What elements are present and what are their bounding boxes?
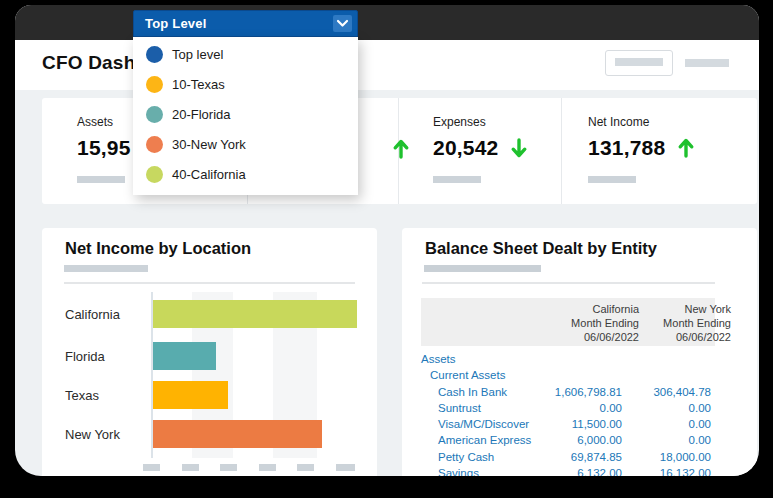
cell-value[interactable]: 0.00 (624, 434, 711, 446)
cell-value[interactable]: 306,404.78 (624, 386, 711, 398)
dropdown-item-label: 20-Florida (172, 107, 231, 122)
cell-value[interactable]: 6,000.00 (502, 434, 622, 446)
table-title: Balance Sheet Dealt by Entity (425, 239, 657, 258)
bar-california[interactable] (153, 300, 357, 328)
kpi-value-row: 20,542 (433, 136, 528, 160)
kpi-label: Net Income (588, 115, 649, 129)
table-row: American Express6,000.000.00 (402, 433, 757, 449)
column-header-2: New YorkMonth Ending06/06/2022 (649, 302, 731, 344)
net-income-chart-card: Net Income by Location CaliforniaFlorida… (42, 228, 377, 476)
kpi-card-net-income: Net Income131,788 (561, 98, 757, 204)
dropdown-item-label: 10-Texas (172, 77, 225, 92)
category-label: Texas (65, 388, 99, 404)
dropdown-item-top-level[interactable]: Top level (133, 39, 358, 69)
dropdown-item-30-new-york[interactable]: 30-New York (133, 129, 358, 159)
skeleton-bar (615, 58, 663, 66)
dropdown-header[interactable]: Top Level (133, 10, 358, 37)
x-tick-skeleton (336, 464, 355, 471)
x-tick-skeleton (259, 464, 276, 471)
chart-title: Net Income by Location (65, 239, 251, 258)
row-label[interactable]: Current Assets (430, 369, 505, 381)
row-label[interactable]: Suntrust (438, 402, 481, 414)
bar-new-york[interactable] (153, 420, 322, 448)
table-body: AssetsCurrent AssetsCash In Bank1,606,79… (402, 352, 757, 476)
kpi-card-expenses: Expenses20,542 (398, 98, 561, 204)
table-row: Visa/MC/Discover11,500.000.00 (402, 417, 757, 433)
toolbar-button-placeholder[interactable] (605, 50, 673, 76)
trend-down-icon (510, 137, 528, 159)
cell-value[interactable]: 16,132.00 (624, 467, 711, 476)
dropdown-item-label: 40-California (172, 167, 246, 182)
location-filter-dropdown: Top Level Top level10-Texas20-Florida30-… (133, 10, 358, 37)
table-header: CaliforniaMonth Ending06/06/2022New York… (421, 298, 715, 346)
kpi-value: 20,542 (433, 136, 498, 160)
kpi-value: 15,95 (77, 136, 131, 160)
titlebar (15, 5, 759, 40)
table-row: Suntrust0.000.00 (402, 401, 757, 417)
kpi-value: 131,788 (588, 136, 665, 160)
table-row: Cash In Bank1,606,798.81306,404.78 (402, 385, 757, 401)
row-label[interactable]: Assets (421, 353, 456, 365)
legend-dot-icon (146, 76, 163, 93)
kpi-label: Assets (77, 115, 113, 129)
skeleton-bar (433, 176, 481, 183)
row-label[interactable]: Petty Cash (438, 451, 494, 463)
chart-plot (151, 292, 357, 458)
trend-up-icon (677, 137, 695, 159)
legend-dot-icon (146, 46, 163, 63)
cell-value[interactable]: 1,606,798.81 (502, 386, 622, 398)
skeleton-bar (424, 265, 541, 272)
page-title: CFO Dash (42, 52, 135, 74)
cell-value[interactable]: 0.00 (624, 402, 711, 414)
table-row: Assets (402, 352, 757, 368)
skeleton-bar (77, 176, 125, 183)
dropdown-item-10-texas[interactable]: 10-Texas (133, 69, 358, 99)
x-tick-skeleton (143, 464, 160, 471)
balance-sheet-card: Balance Sheet Dealt by Entity California… (402, 228, 757, 476)
row-label[interactable]: Cash In Bank (438, 386, 507, 398)
app-header: CFO Dash (15, 40, 759, 90)
table-row: Petty Cash69,874.8518,000.00 (402, 450, 757, 466)
cell-value[interactable]: 0.00 (624, 418, 711, 430)
kpi-value-row: 15,95 (77, 136, 131, 160)
dropdown-item-label: 30-New York (172, 137, 246, 152)
category-label: California (65, 307, 120, 323)
legend-dot-icon (146, 106, 163, 123)
cell-value[interactable]: 69,874.85 (502, 451, 622, 463)
cell-value[interactable]: 0.00 (502, 402, 622, 414)
divider (64, 282, 355, 284)
skeleton-bar (588, 176, 636, 183)
screen: CFO Dash Assets15,95Expenses20,542Net In… (0, 0, 773, 498)
chevron-down-icon[interactable] (333, 15, 352, 32)
cell-value[interactable]: 11,500.00 (502, 418, 622, 430)
kpi-label: Expenses (433, 115, 486, 129)
legend-dot-icon (146, 166, 163, 183)
dropdown-item-label: Top level (172, 47, 223, 62)
x-tick-skeleton (182, 464, 199, 471)
dropdown-menu: Top level10-Texas20-Florida30-New York40… (133, 37, 358, 195)
app-window: CFO Dash Assets15,95Expenses20,542Net In… (15, 5, 759, 476)
bar-texas[interactable] (153, 381, 228, 409)
table-row: Current Assets (402, 368, 757, 384)
table-row: Savings6,132.0016,132.00 (402, 466, 757, 476)
dropdown-item-40-california[interactable]: 40-California (133, 159, 358, 189)
kpi-value-row: 131,788 (588, 136, 695, 160)
dropdown-selected-label: Top Level (134, 16, 207, 31)
x-tick-skeleton (220, 464, 237, 471)
legend-dot-icon (146, 136, 163, 153)
category-label: Florida (65, 349, 105, 365)
divider (422, 282, 715, 284)
column-header-1: CaliforniaMonth Ending06/06/2022 (481, 302, 639, 344)
skeleton-bar (64, 265, 148, 272)
x-tick-skeleton (297, 464, 314, 471)
row-label[interactable]: Savings (438, 467, 479, 476)
dropdown-item-20-florida[interactable]: 20-Florida (133, 99, 358, 129)
cell-value[interactable]: 18,000.00 (624, 451, 711, 463)
toolbar-skeleton-bar (685, 59, 729, 67)
cell-value[interactable]: 6,132.00 (502, 467, 622, 476)
category-label: New York (65, 427, 120, 443)
bar-florida[interactable] (153, 342, 216, 370)
